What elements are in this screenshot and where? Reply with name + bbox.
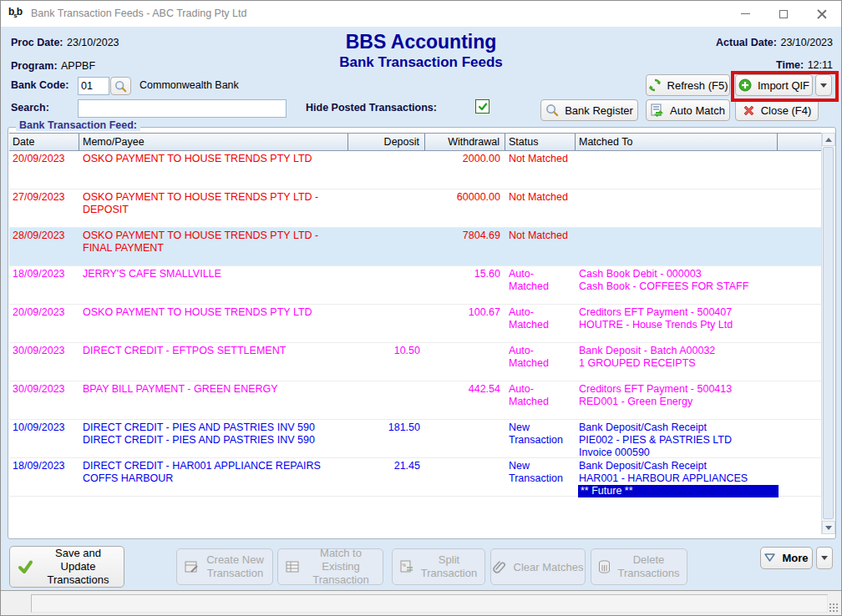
- new-transaction-icon: [185, 560, 199, 574]
- match-to-existing-label: Match to Existing Transaction: [307, 547, 375, 587]
- close-icon: [817, 9, 827, 19]
- refresh-icon: [648, 78, 662, 92]
- split-transaction-button[interactable]: % Split Transaction: [392, 548, 485, 585]
- cell-deposit: [348, 266, 425, 304]
- create-new-transaction-button[interactable]: Create New Transaction: [176, 548, 273, 585]
- minimize-button[interactable]: [726, 1, 764, 27]
- cell-withdrawal: [425, 343, 505, 381]
- cell-deposit: 181.50: [348, 420, 425, 457]
- cell-withdrawal: 100.67: [425, 305, 505, 342]
- split-transaction-label: Split Transaction: [421, 553, 478, 580]
- close-f4-button[interactable]: Close (F4): [735, 99, 819, 121]
- search-input[interactable]: [78, 99, 287, 118]
- triangle-up-icon: [825, 138, 832, 142]
- cell-date: 30/09/2023: [9, 343, 79, 381]
- scroll-up-button[interactable]: [822, 133, 835, 146]
- more-dropdown-button[interactable]: [816, 547, 833, 569]
- cell-date: 18/09/2023: [9, 458, 79, 496]
- auto-match-button[interactable]: Auto Match: [646, 99, 730, 121]
- cell-date: 30/09/2023: [9, 381, 79, 419]
- column-header[interactable]: Withdrawal: [425, 134, 505, 150]
- table-row[interactable]: 18/09/2023DIRECT CREDIT - HAR001 APPLIAN…: [9, 458, 823, 497]
- cell-memo: OSKO PAYMENT TO HOUSE TRENDS PTY LTD: [79, 305, 348, 342]
- cell-deposit: [348, 151, 425, 189]
- save-and-update-button[interactable]: Save and Update Transactions: [9, 546, 124, 588]
- bank-code-label: Bank Code:: [11, 79, 68, 91]
- cell-matched-to: [576, 228, 778, 265]
- svg-text:%: %: [402, 563, 406, 568]
- cell-matched-to: [576, 189, 778, 227]
- cell-matched-to: Creditors EFT Payment - 500407HOUTRE - H…: [576, 305, 778, 342]
- delete-transactions-button[interactable]: Delete Transactions: [591, 548, 687, 585]
- column-header[interactable]: Matched To: [576, 134, 778, 150]
- hide-posted-checkbox[interactable]: [475, 99, 489, 114]
- bank-register-label: Bank Register: [565, 104, 633, 117]
- column-header[interactable]: Date: [9, 134, 79, 150]
- cell-memo: DIRECT CREDIT - PIES AND PASTRIES INV 59…: [79, 420, 348, 457]
- group-label: Bank Transaction Feed:: [16, 119, 140, 131]
- table-body: 20/09/2023OSKO PAYMENT TO HOUSE TRENDS P…: [9, 151, 823, 528]
- table-row[interactable]: 20/09/2023OSKO PAYMENT TO HOUSE TRENDS P…: [9, 305, 823, 343]
- cell-deposit: [348, 228, 425, 265]
- cell-deposit: [348, 381, 425, 419]
- table-row[interactable]: 30/09/2023DIRECT CREDIT - EFTPOS SETTLEM…: [9, 343, 823, 381]
- more-button[interactable]: More: [760, 547, 813, 569]
- actual-date-value: 23/10/2023: [780, 37, 833, 48]
- actual-date-label: Actual Date:: [716, 37, 777, 48]
- column-header[interactable]: Memo/Payee: [79, 134, 348, 150]
- refresh-label: Refresh (F5): [667, 79, 728, 92]
- cell-memo: OSKO PAYMENT TO HOUSE TRENDS PTY LTD - F…: [79, 228, 348, 265]
- app-logo-icon: bsb: [8, 6, 25, 23]
- close-window-button[interactable]: [803, 1, 841, 27]
- vertical-scrollbar[interactable]: [821, 133, 834, 534]
- bank-code-input[interactable]: [78, 77, 109, 95]
- cell-status: Not Matched: [505, 151, 576, 189]
- table-row[interactable]: 18/09/2023JERRY'S CAFE SMALLVILLE15.60Au…: [9, 266, 823, 305]
- cell-date: 18/09/2023: [9, 266, 79, 304]
- minimize-icon: [741, 13, 750, 14]
- cell-status: Auto-Matched: [505, 266, 576, 304]
- search-label: Search:: [11, 102, 49, 114]
- cell-date: 28/09/2023: [9, 228, 79, 265]
- cell-deposit: [348, 305, 425, 342]
- cell-matched-to: Bank Deposit - Batch A000321 GROUPED REC…: [576, 343, 778, 381]
- delete-transactions-label: Delete Transactions: [617, 553, 681, 580]
- cell-matched-to: Bank Deposit/Cash ReceiptHAR001 - HARBOU…: [576, 458, 778, 496]
- maximize-button[interactable]: [764, 1, 803, 27]
- clear-matches-button[interactable]: Clear Matches: [490, 548, 586, 585]
- annotation-highlight-import-qif: [731, 71, 839, 102]
- table-row[interactable]: 28/09/2023OSKO PAYMENT TO HOUSE TRENDS P…: [9, 228, 823, 266]
- auto-match-label: Auto Match: [670, 104, 725, 117]
- cell-matched-to: [576, 151, 778, 189]
- auto-match-icon: [651, 104, 664, 117]
- triangle-down-outline-icon: [764, 553, 775, 563]
- cell-status: Not Matched: [505, 189, 576, 227]
- check-icon: [478, 102, 488, 112]
- bank-transaction-feed-panel: DateMemo/PayeeDepositWithdrawalStatusMat…: [8, 127, 836, 539]
- save-and-update-label: Save and Update Transactions: [40, 547, 117, 587]
- resize-grip[interactable]: [829, 603, 839, 613]
- status-bar: [1, 590, 841, 615]
- table-row[interactable]: 27/09/2023OSKO PAYMENT TO HOUSE TRENDS P…: [9, 189, 823, 228]
- cell-matched-to: Bank Deposit/Cash ReceiptPIE002 - PIES &…: [576, 420, 778, 457]
- maximize-icon: [779, 10, 788, 18]
- table-row[interactable]: 30/09/2023BPAY BILL PAYMENT - GREEN ENER…: [9, 381, 823, 420]
- cell-memo: DIRECT CREDIT - HAR001 APPLIANCE REPAIRS…: [79, 458, 348, 496]
- cell-matched-to: Creditors EFT Payment - 500413RED001 - G…: [576, 381, 778, 419]
- cell-withdrawal: 60000.00: [425, 189, 505, 227]
- match-existing-icon: [286, 560, 300, 574]
- cell-memo: BPAY BILL PAYMENT - GREEN ENERGY: [79, 381, 348, 419]
- scrollbar-thumb[interactable]: [823, 147, 834, 519]
- bank-register-button[interactable]: Bank Register: [540, 99, 638, 121]
- scroll-down-button[interactable]: [822, 521, 835, 534]
- column-header[interactable]: Status: [505, 134, 576, 150]
- column-header[interactable]: Deposit: [348, 134, 425, 150]
- table-row[interactable]: 10/09/2023DIRECT CREDIT - PIES AND PASTR…: [9, 420, 823, 458]
- refresh-button[interactable]: Refresh (F5): [646, 74, 730, 96]
- table-header: DateMemo/PayeeDepositWithdrawalStatusMat…: [9, 133, 823, 151]
- cell-memo: JERRY'S CAFE SMALLVILLE: [79, 266, 348, 304]
- cell-withdrawal: 15.60: [425, 266, 505, 304]
- table-row[interactable]: 20/09/2023OSKO PAYMENT TO HOUSE TRENDS P…: [9, 151, 823, 189]
- match-to-existing-button[interactable]: Match to Existing Transaction: [277, 548, 383, 585]
- bank-code-lookup-button[interactable]: [110, 77, 131, 95]
